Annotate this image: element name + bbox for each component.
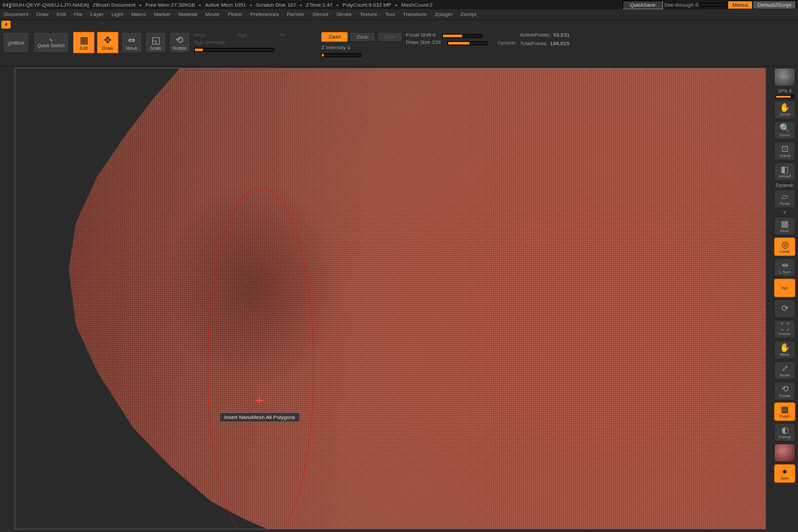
menu-zscript[interactable]: Zscript [456,11,480,17]
quicksketch-button[interactable]: ✎ Quick Sketch [33,32,69,53]
zintensity-slider[interactable] [321,53,361,57]
draw-label: Draw [102,46,113,51]
frame-button[interactable]: ⛶Frame [774,320,795,338]
move-label: Move [126,46,137,51]
quicksketch-label: Quick Sketch [37,43,65,48]
transp-button[interactable]: ◐Transp [774,423,795,442]
meshcount: MeshCount:2 [401,2,433,8]
scroll-button[interactable]: ✋Scroll [774,100,795,119]
points-stats: ActivePoints: 93,631 TotalPoints: 184,81… [520,32,570,47]
material-sphere[interactable]: BPR [774,68,795,86]
doc-label: ZBrush Document [92,2,135,8]
polyf-button[interactable]: ▦PolyF [774,402,795,421]
edit-icon: ▦ [80,35,88,45]
menu-macro[interactable]: Macro [127,11,150,17]
zsub-button[interactable]: Zsub [349,32,376,42]
zintensity-label: Z Intensity 0 [321,45,350,51]
draw-size-label: Draw Size 239 [406,39,441,45]
y-label: Y [783,210,787,215]
menu-material[interactable]: Material [174,11,201,17]
seethrough-control[interactable]: See-through 0 [664,2,727,8]
rotate-label: Rotate [173,46,187,51]
rgb-button[interactable]: Rgb [237,32,274,38]
draw-button[interactable]: ✥ Draw [97,32,118,53]
half-icon: ◧ [781,165,789,174]
menus-button[interactable]: Menus [728,1,752,9]
menu-zplugin[interactable]: Zplugin [431,11,456,17]
local-button[interactable]: ◎Local [774,237,795,256]
main-area: Insert NanoMesh All Polygons [0,66,771,532]
separator-dot: • [300,2,302,8]
local-icon: ◎ [781,240,789,249]
menu-file[interactable]: File [70,11,86,17]
menu-stencil[interactable]: Stencil [309,11,332,17]
focal-shift-slider[interactable] [442,34,482,38]
active-mem: Active Mem 1051 [205,2,246,8]
spix-slider[interactable] [775,95,794,98]
toolbar: ghtBox ✎ Quick Sketch ▦ Edit ✥ Draw ⇔ Mo… [0,29,798,66]
rotate-button[interactable]: ⟲ Rotate [169,32,190,53]
zoom-button[interactable]: 🔍Zoom [774,121,795,140]
canvas-border [15,68,766,529]
zadd-group: Zadd Zsub Zcut Z Intensity 0 [321,32,402,57]
edit-label: Edit [80,46,88,51]
menu-tool[interactable]: Tool [381,11,399,17]
magnifier-icon: 🔍 [779,124,790,132]
dynamic-side-label: Dynamic [775,183,793,188]
total-points-label: TotalPoints: [520,41,547,47]
scale-button[interactable]: ◱ Scale [145,32,166,53]
hand-icon: ✋ [779,103,790,112]
history-marker[interactable]: 4 [1,21,11,29]
menu-preferences[interactable]: Preferences [246,11,283,17]
quicksave-button[interactable]: QuickSave [622,1,663,9]
zadd-button[interactable]: Zadd [321,32,348,42]
menu-render[interactable]: Render [283,11,309,17]
rot-y-button[interactable]: ⟳ [774,299,795,318]
zcut-button[interactable]: Zcut [377,32,402,42]
marker-row: 4 [0,20,798,29]
menu-edit[interactable]: Edit [53,11,70,17]
menu-picker[interactable]: Picker [223,11,246,17]
fit-icon: ⊡ [781,144,789,153]
menu-draw[interactable]: Draw [32,11,53,17]
move-button[interactable]: ⇔ Move [121,32,142,53]
edit-button[interactable]: ▦ Edit [73,32,94,53]
lsym-button[interactable]: ⇹L.Sym [774,258,795,277]
draw-size-slider[interactable] [448,41,487,45]
solo-button[interactable]: ●Solo [774,464,795,483]
side-move-button[interactable]: ✋Move [774,340,795,359]
menu-bar: Document Draw Edit File Layer Light Macr… [0,9,798,20]
pencil-icon: ✎ [49,38,53,43]
rgb-intensity-slider[interactable] [194,48,274,52]
side-scale-button[interactable]: ⤢Scale [774,361,795,380]
seethrough-slider[interactable] [700,3,727,7]
aahalf-button[interactable]: ◧AAHalf [774,162,795,181]
persp-button[interactable]: ▱Persp [774,190,795,208]
mrgb-button[interactable]: Mrgb [194,32,231,38]
menu-movie[interactable]: Movie [201,11,223,17]
m-button[interactable]: M [281,32,317,38]
material-swatch[interactable] [774,444,795,462]
xyz-button[interactable]: Xyz [774,279,795,297]
active-points-value: 93,631 [553,32,569,38]
menu-layer[interactable]: Layer [86,11,108,17]
floor-button[interactable]: ▦Floor [774,217,795,235]
scale-icon: ⤢ [781,364,789,372]
dynamic-label[interactable]: Dynamic [494,41,516,45]
side-rotate-button[interactable]: ⟲Rotate [774,382,795,400]
spix-control[interactable]: SPix 3 [778,88,791,93]
menu-document[interactable]: Document [0,11,32,17]
rotate-icon: ⟲ [781,384,789,393]
menu-marker[interactable]: Marker [150,11,174,17]
total-points-value: 184,815 [550,41,569,47]
defaultzscript-button[interactable]: DefaultZScript [753,1,795,9]
lightbox-button[interactable]: ghtBox [3,32,29,53]
menu-stroke[interactable]: Stroke [332,11,356,17]
menu-texture[interactable]: Texture [356,11,381,17]
actual-button[interactable]: ⊡Actual [774,142,795,160]
frame-icon: ⛶ [781,323,789,331]
separator-dot: • [336,2,338,8]
rgb-intensity-label: Rgb Intensity [194,39,231,45]
menu-transform[interactable]: Transform [399,11,431,17]
menu-light[interactable]: Light [108,11,127,17]
